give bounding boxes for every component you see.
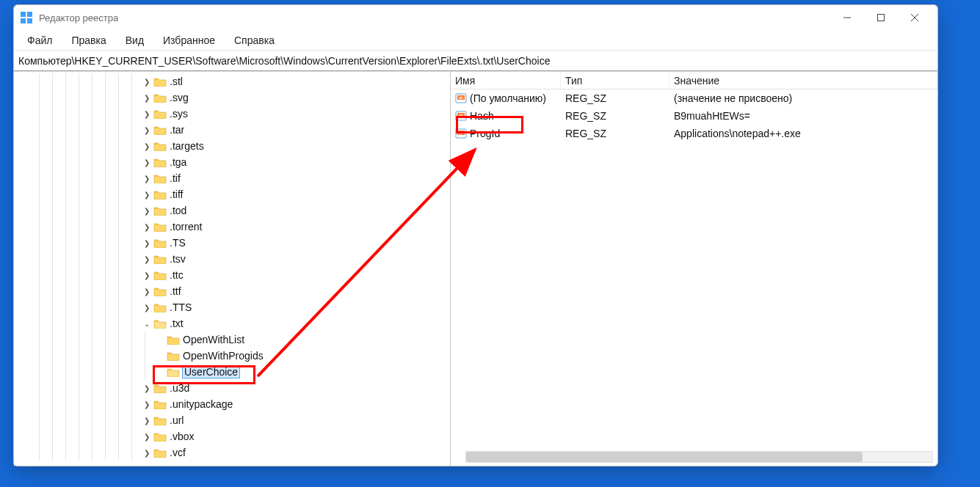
string-value-icon: ab [455, 128, 467, 139]
tree-item[interactable]: ❯ .unitypackage [14, 396, 450, 412]
svg-text:ab: ab [459, 113, 464, 117]
address-bar[interactable]: Компьютер\HKEY_CURRENT_USER\Software\Mic… [14, 51, 937, 71]
value-row[interactable]: ab ProgIdREG_SZApplications\notepad++.ex… [451, 125, 937, 142]
menu-file[interactable]: Файл [18, 32, 61, 49]
expander-icon[interactable]: ❯ [142, 239, 152, 247]
expander-icon[interactable]: ⌄ [142, 320, 152, 328]
string-value-icon: ab [455, 92, 467, 104]
tree-item[interactable]: ❯ .url [14, 412, 450, 428]
expander-icon[interactable]: ❯ [142, 191, 152, 199]
tree-item[interactable]: ❯ .ttf [14, 283, 450, 299]
expander-icon[interactable]: ❯ [142, 223, 152, 231]
tree-item[interactable]: ❯ .targets [14, 138, 450, 154]
registry-editor-window: Редактор реестра Файл Правка Вид Избранн… [13, 4, 938, 466]
expander-icon[interactable]: ❯ [142, 417, 152, 425]
expander-icon[interactable]: ❯ [142, 449, 152, 457]
folder-icon [153, 254, 167, 264]
tree-item[interactable]: ❯ .TTS [14, 299, 450, 315]
expander-icon[interactable]: ❯ [142, 78, 152, 86]
tree-item[interactable]: ❯ .TS [14, 235, 450, 251]
tree-item[interactable]: ⌄ .txt [14, 315, 450, 332]
tree-item[interactable]: OpenWithProgids [14, 348, 450, 364]
titlebar[interactable]: Редактор реестра [14, 5, 937, 30]
value-data: (значение не присвоено) [674, 92, 792, 104]
value-type: REG_SZ [565, 92, 606, 104]
address-text: Компьютер\HKEY_CURRENT_USER\Software\Mic… [18, 55, 550, 67]
col-value[interactable]: Значение [669, 72, 937, 89]
svg-rect-5 [878, 15, 885, 21]
tree-label: .vbox [170, 431, 194, 442]
svg-text:ab: ab [459, 95, 464, 100]
menu-view[interactable]: Вид [117, 32, 153, 49]
tree-item[interactable]: ❯ .tiff [14, 186, 450, 202]
folder-icon [153, 238, 167, 248]
expander-icon[interactable]: ❯ [142, 288, 152, 296]
tree-label: .torrent [170, 221, 202, 232]
expander-icon[interactable]: ❯ [142, 271, 152, 279]
value-row[interactable]: ab HashREG_SZB9muahHtEWs= [451, 107, 937, 125]
tree-pane[interactable]: ❯ .stl❯ .svg❯ .sys❯ .tar❯ .targets❯ .tga… [14, 72, 451, 466]
tree-label: .ttc [170, 269, 184, 281]
tree-item[interactable]: OpenWithList [14, 332, 450, 348]
values-pane[interactable]: Имя Тип Значение ab (По умолчанию)REG_SZ… [451, 72, 937, 466]
tree-label: .url [170, 414, 184, 426]
close-button[interactable] [898, 7, 932, 29]
tree-item[interactable]: ❯ .vcf [14, 444, 450, 461]
menu-favorites[interactable]: Избранное [154, 32, 224, 49]
tree-item[interactable]: ❯ .ttc [14, 267, 450, 283]
expander-icon[interactable]: ❯ [142, 384, 152, 392]
expander-icon[interactable]: ❯ [142, 400, 152, 409]
tree-item[interactable]: UserChoice [14, 364, 450, 380]
tree-label: .ttf [170, 285, 181, 297]
tree-label: UserChoice [183, 366, 239, 378]
expander-icon[interactable]: ❯ [142, 126, 152, 134]
tree-item[interactable]: ❯ .torrent [14, 219, 450, 235]
value-type: REG_SZ [565, 128, 606, 139]
minimize-button[interactable] [830, 7, 864, 29]
tree-label: .tif [170, 172, 181, 184]
folder-icon [167, 334, 180, 345]
svg-rect-0 [21, 12, 26, 17]
tree-item[interactable]: ❯ .tar [14, 122, 450, 138]
folder-icon [153, 189, 167, 199]
tree-item[interactable]: ❯ .sys [14, 106, 450, 122]
tree-item[interactable]: ❯ .stl [14, 73, 450, 89]
tree-item[interactable]: ❯ .vbox [14, 428, 450, 444]
tree-label: .tar [170, 124, 184, 136]
tree-label: .vcf [170, 447, 186, 458]
maximize-button[interactable] [864, 7, 898, 29]
folder-icon [153, 221, 167, 232]
expander-icon[interactable]: ❯ [142, 433, 152, 441]
value-name: ProgId [470, 128, 500, 139]
folder-icon [153, 141, 167, 151]
expander-icon[interactable]: ❯ [142, 142, 152, 150]
value-data: Applications\notepad++.exe [674, 128, 801, 139]
tree-item[interactable]: ❯ .tif [14, 170, 450, 186]
value-row[interactable]: ab (По умолчанию)REG_SZ(значение не прис… [451, 89, 937, 107]
menu-help[interactable]: Справка [225, 32, 283, 49]
tree-item[interactable]: ❯ .svg [14, 89, 450, 106]
tree-label: .sys [170, 108, 188, 120]
expander-icon[interactable]: ❯ [142, 207, 152, 215]
folder-icon [153, 383, 167, 393]
value-name: Hash [470, 110, 494, 122]
folder-icon [153, 318, 167, 329]
horizontal-scrollbar[interactable] [465, 451, 933, 463]
menu-edit[interactable]: Правка [62, 32, 115, 49]
tree-label: .txt [170, 318, 184, 329]
tree-item[interactable]: ❯ .tga [14, 154, 450, 170]
expander-icon[interactable]: ❯ [142, 110, 152, 118]
expander-icon[interactable]: ❯ [142, 158, 152, 166]
tree-label: .stl [170, 76, 183, 87]
expander-icon[interactable]: ❯ [142, 304, 152, 312]
expander-icon[interactable]: ❯ [142, 94, 152, 102]
tree-item[interactable]: ❯ .tod [14, 202, 450, 219]
expander-icon[interactable]: ❯ [142, 255, 152, 263]
expander-icon[interactable]: ❯ [142, 175, 152, 183]
tree-item[interactable]: ❯ .u3d [14, 380, 450, 396]
tree-item[interactable]: ❯ .tsv [14, 251, 450, 267]
col-type[interactable]: Тип [561, 72, 669, 89]
col-name[interactable]: Имя [451, 72, 561, 89]
tree-label: OpenWithProgids [183, 350, 264, 362]
tree-label: .svg [170, 92, 189, 103]
